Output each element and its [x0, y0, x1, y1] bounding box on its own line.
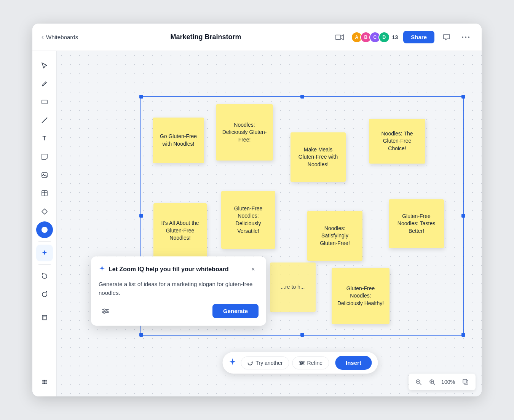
- ai-popup: Let Zoom IQ help you fill your whiteboar…: [91, 256, 266, 326]
- more-options-icon[interactable]: [459, 30, 472, 44]
- text-tool[interactable]: T: [36, 130, 53, 147]
- selection-handle-tl[interactable]: [139, 95, 143, 99]
- svg-rect-4: [42, 100, 47, 104]
- selection-handle-tr[interactable]: [461, 95, 465, 99]
- copy-icon[interactable]: [460, 377, 471, 387]
- ai-settings-icon[interactable]: [99, 304, 112, 318]
- generate-button[interactable]: Generate: [212, 304, 259, 318]
- svg-point-18: [44, 381, 45, 383]
- line-tool[interactable]: [36, 112, 53, 129]
- refine-label: Refine: [307, 360, 322, 366]
- share-button[interactable]: Share: [403, 31, 434, 43]
- diamond-tool[interactable]: [36, 203, 53, 220]
- svg-point-17: [42, 381, 44, 383]
- sticky-note-2[interactable]: Noodles: Deliciously Gluten-Free!: [216, 104, 273, 161]
- svg-point-15: [44, 380, 45, 381]
- sticky-note-8[interactable]: Gluten-Free Noodles: Tastes Better!: [389, 199, 444, 248]
- apps-tool[interactable]: [36, 374, 53, 390]
- sticky-note-6[interactable]: Gluten-Free Noodles: Deliciously Versati…: [221, 191, 275, 249]
- svg-point-21: [44, 383, 45, 384]
- svg-line-5: [42, 118, 47, 123]
- redo-tool[interactable]: [36, 286, 53, 303]
- pen-tool[interactable]: [36, 75, 53, 92]
- avatar-group: A B C D 13: [351, 32, 398, 43]
- sticky-note-tool[interactable]: [36, 148, 53, 165]
- main-content: T: [32, 51, 482, 396]
- try-another-button[interactable]: Try another: [241, 356, 289, 369]
- sticky-note-7[interactable]: Noodles: Satisfyingly Gluten-Free!: [307, 211, 362, 261]
- svg-rect-13: [43, 316, 46, 319]
- svg-point-11: [42, 227, 48, 233]
- ai-popup-header: Let Zoom IQ help you fill your whiteboar…: [99, 264, 259, 275]
- sticky-note-3[interactable]: Make Meals Gluten-Free with Noodles!: [291, 132, 346, 182]
- sidebar-toolbar: T: [32, 51, 57, 396]
- svg-rect-43: [463, 379, 467, 383]
- video-icon[interactable]: [334, 31, 346, 43]
- svg-line-37: [420, 383, 421, 385]
- svg-point-19: [45, 381, 47, 383]
- ai-popup-close-button[interactable]: ×: [248, 264, 259, 275]
- circle-fill-tool[interactable]: [36, 221, 53, 238]
- svg-point-2: [465, 37, 466, 38]
- zoom-controls: 100%: [409, 374, 476, 390]
- ai-tool[interactable]: [36, 245, 53, 261]
- zoom-in-button[interactable]: [427, 377, 437, 387]
- whiteboard-canvas[interactable]: Go Gluten-Free with Noodles! Noodles: De…: [57, 51, 482, 396]
- sticky-note-partial[interactable]: ...re to h...: [270, 262, 316, 312]
- back-nav[interactable]: ‹ Whiteboards: [42, 33, 78, 41]
- svg-point-1: [462, 37, 463, 38]
- svg-point-16: [45, 380, 47, 381]
- header-actions: A B C D 13 Share: [334, 30, 472, 44]
- header: ‹ Whiteboards Marketing Brainstorm A B C…: [32, 24, 482, 51]
- selection-handle-bl[interactable]: [139, 333, 143, 337]
- zoom-out-button[interactable]: [413, 377, 424, 387]
- ai-popup-title-text: Let Zoom IQ help you fill your whiteboar…: [109, 266, 229, 273]
- bottom-action-bar: Try another Refine Insert: [222, 352, 378, 374]
- selection-handle-tm[interactable]: [300, 95, 304, 99]
- svg-point-20: [42, 383, 44, 384]
- svg-point-27: [106, 310, 107, 312]
- sticky-note-1[interactable]: Go Gluten-Free with Noodles!: [153, 118, 204, 163]
- ai-popup-footer: Generate: [99, 304, 259, 318]
- layers-tool[interactable]: [36, 309, 53, 326]
- participant-count: 13: [392, 34, 398, 40]
- avatar: D: [378, 32, 390, 43]
- selection-handle-mr[interactable]: [461, 214, 465, 218]
- bottom-spark-icon: [228, 358, 236, 368]
- sticky-note-9[interactable]: Gluten-Free Noodles: Deliciously Healthy…: [332, 268, 389, 324]
- selection-handle-bm[interactable]: [300, 333, 304, 337]
- undo-tool[interactable]: [36, 268, 53, 285]
- ai-popup-body: Generate a list of ideas for a marketing…: [99, 280, 259, 297]
- svg-point-22: [45, 383, 47, 384]
- table-tool[interactable]: [36, 185, 53, 202]
- svg-point-14: [42, 380, 44, 381]
- back-label: Whiteboards: [46, 34, 78, 40]
- page-title: Marketing Brainstorm: [78, 33, 334, 41]
- selection-handle-br[interactable]: [461, 333, 465, 337]
- svg-point-3: [468, 37, 469, 38]
- svg-point-26: [104, 309, 105, 310]
- insert-button[interactable]: Insert: [335, 356, 372, 370]
- selection-handle-ml[interactable]: [139, 214, 143, 218]
- rectangle-tool[interactable]: [36, 94, 53, 110]
- svg-rect-0: [335, 35, 341, 40]
- chat-icon[interactable]: [440, 30, 453, 44]
- ai-popup-title: Let Zoom IQ help you fill your whiteboar…: [99, 265, 229, 274]
- refine-button[interactable]: Refine: [292, 356, 329, 369]
- back-chevron-icon: ‹: [42, 33, 44, 41]
- svg-point-28: [104, 312, 105, 313]
- try-another-label: Try another: [255, 360, 283, 366]
- zoom-level: 100%: [441, 379, 456, 385]
- svg-point-32: [300, 361, 302, 363]
- app-window: ‹ Whiteboards Marketing Brainstorm A B C…: [32, 24, 482, 396]
- sticky-note-5[interactable]: It's All About the Gluten-Free Noodles!: [153, 203, 207, 258]
- sticky-note-4[interactable]: Noodles: The Gluten-Free Choice!: [369, 119, 425, 164]
- svg-point-33: [302, 362, 304, 364]
- svg-point-34: [300, 363, 302, 365]
- image-tool[interactable]: [36, 167, 53, 183]
- ai-spark-icon: [99, 265, 105, 274]
- select-tool[interactable]: [36, 57, 53, 74]
- svg-line-41: [433, 383, 435, 385]
